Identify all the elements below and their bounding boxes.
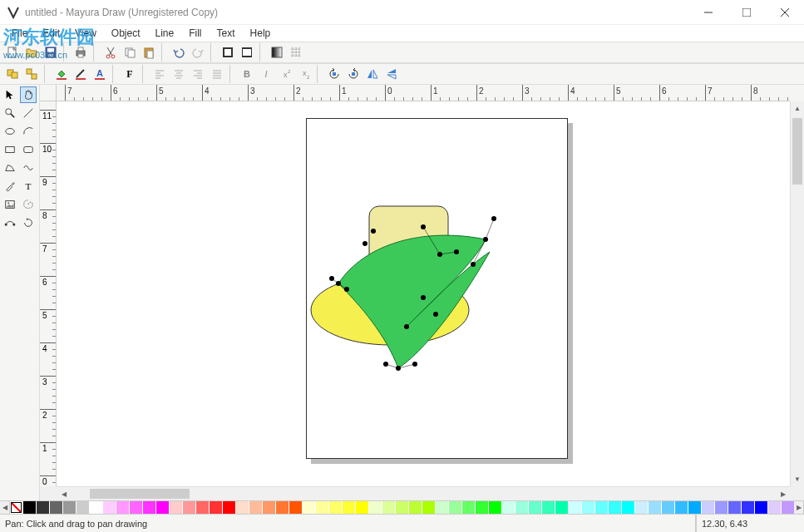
tool-image[interactable] bbox=[2, 196, 18, 213]
palette-swatch[interactable] bbox=[249, 501, 263, 514]
zoom-width-button[interactable] bbox=[238, 43, 256, 62]
scroll-right-arrow[interactable]: ▶ bbox=[776, 487, 790, 500]
tool-arc[interactable] bbox=[20, 123, 37, 140]
palette-swatch[interactable] bbox=[276, 501, 289, 514]
copy-button[interactable] bbox=[121, 43, 139, 62]
palette-swatch[interactable] bbox=[156, 501, 170, 514]
vertical-scrollbar[interactable]: ▲ ▼ bbox=[790, 101, 804, 486]
palette-swatch[interactable] bbox=[143, 501, 156, 514]
rotate-left-button[interactable] bbox=[325, 65, 343, 83]
tool-node-edit[interactable] bbox=[2, 214, 18, 231]
palette-prev[interactable]: ◀ bbox=[0, 501, 10, 514]
palette-swatch[interactable] bbox=[649, 501, 662, 514]
menu-help[interactable]: Help bbox=[244, 26, 278, 41]
palette-nocolor[interactable] bbox=[10, 501, 23, 514]
palette-swatch[interactable] bbox=[329, 501, 343, 514]
palette-swatch[interactable] bbox=[529, 501, 542, 514]
align-right-button[interactable] bbox=[189, 65, 207, 83]
cut-button[interactable] bbox=[101, 43, 120, 62]
tool-roundrect[interactable] bbox=[20, 141, 37, 158]
palette-swatch[interactable] bbox=[37, 501, 50, 514]
palette-swatch[interactable] bbox=[382, 501, 396, 514]
palette-swatch[interactable] bbox=[728, 501, 742, 514]
tool-curve[interactable] bbox=[20, 160, 37, 176]
fill-color-button[interactable] bbox=[52, 65, 71, 83]
palette-swatch[interactable] bbox=[130, 501, 143, 514]
ungroup-button[interactable] bbox=[22, 65, 41, 83]
palette-swatch[interactable] bbox=[755, 501, 768, 514]
palette-swatch[interactable] bbox=[103, 501, 116, 514]
palette-swatch[interactable] bbox=[196, 501, 210, 514]
canvas[interactable] bbox=[57, 101, 790, 486]
palette-swatch[interactable] bbox=[409, 501, 422, 514]
close-button[interactable] bbox=[766, 0, 804, 24]
line-color-button[interactable] bbox=[72, 65, 90, 83]
scroll-down-arrow[interactable]: ▼ bbox=[791, 472, 804, 486]
palette-swatch[interactable] bbox=[715, 501, 728, 514]
palette-swatch[interactable] bbox=[609, 501, 622, 514]
scroll-left-arrow[interactable]: ◀ bbox=[57, 487, 71, 500]
palette-swatch[interactable] bbox=[183, 501, 196, 514]
palette-swatch[interactable] bbox=[768, 501, 782, 514]
palette-swatch[interactable] bbox=[489, 501, 502, 514]
scroll-up-arrow[interactable]: ▲ bbox=[791, 101, 804, 116]
tool-rect[interactable] bbox=[2, 141, 18, 158]
palette-swatch[interactable] bbox=[502, 501, 515, 514]
palette-swatch[interactable] bbox=[462, 501, 476, 514]
flip-vertical-button[interactable] bbox=[382, 65, 401, 83]
align-left-button[interactable] bbox=[150, 65, 169, 83]
palette-swatch[interactable] bbox=[662, 501, 675, 514]
font-button[interactable]: F bbox=[121, 65, 139, 83]
palette-swatch[interactable] bbox=[23, 501, 37, 514]
palette-swatch[interactable] bbox=[688, 501, 702, 514]
palette-swatch[interactable] bbox=[76, 501, 90, 514]
menu-line[interactable]: Line bbox=[149, 26, 181, 41]
palette-swatch[interactable] bbox=[223, 501, 236, 514]
palette-swatch[interactable] bbox=[782, 501, 794, 514]
menu-fill[interactable]: Fill bbox=[182, 26, 208, 41]
palette-swatch[interactable] bbox=[289, 501, 303, 514]
tool-rotate[interactable] bbox=[20, 214, 37, 231]
palette-swatch[interactable] bbox=[675, 501, 688, 514]
palette-swatch[interactable] bbox=[436, 501, 449, 514]
gradient-button[interactable] bbox=[268, 43, 286, 62]
palette-swatch[interactable] bbox=[303, 501, 316, 514]
tool-text[interactable]: T bbox=[20, 178, 37, 195]
minimize-button[interactable] bbox=[689, 0, 728, 24]
palette-swatch[interactable] bbox=[635, 501, 649, 514]
undo-button[interactable] bbox=[170, 43, 188, 62]
palette-swatch[interactable] bbox=[116, 501, 130, 514]
text-color-button[interactable]: A bbox=[91, 65, 109, 83]
palette-swatch[interactable] bbox=[90, 501, 103, 514]
subscript-button[interactable]: x2 bbox=[295, 65, 313, 83]
maximize-button[interactable] bbox=[728, 0, 766, 24]
tool-zoom[interactable] bbox=[2, 105, 18, 121]
palette-swatch[interactable] bbox=[236, 501, 249, 514]
paste-button[interactable] bbox=[140, 43, 158, 62]
palette-swatch[interactable] bbox=[263, 501, 276, 514]
redo-button[interactable] bbox=[189, 43, 207, 62]
palette-swatch[interactable] bbox=[356, 501, 369, 514]
tool-pan[interactable] bbox=[20, 86, 37, 103]
tool-polygon[interactable] bbox=[2, 160, 18, 176]
palette-swatch[interactable] bbox=[555, 501, 569, 514]
print-button[interactable] bbox=[72, 43, 90, 62]
palette-swatch[interactable] bbox=[702, 501, 715, 514]
palette-swatch[interactable] bbox=[542, 501, 555, 514]
new-button[interactable] bbox=[3, 43, 22, 62]
align-center-button[interactable] bbox=[170, 65, 188, 83]
menu-view[interactable]: View bbox=[68, 26, 103, 41]
menu-object[interactable]: Object bbox=[105, 26, 147, 41]
palette-swatch[interactable] bbox=[316, 501, 329, 514]
palette-swatch[interactable] bbox=[170, 501, 183, 514]
flip-horizontal-button[interactable] bbox=[363, 65, 382, 83]
palette-swatch[interactable] bbox=[569, 501, 582, 514]
tool-spiral[interactable] bbox=[20, 196, 37, 213]
palette-swatch[interactable] bbox=[63, 501, 76, 514]
palette-swatch[interactable] bbox=[476, 501, 489, 514]
palette-swatch[interactable] bbox=[582, 501, 595, 514]
align-justify-button[interactable] bbox=[208, 65, 226, 83]
tool-ellipse[interactable] bbox=[2, 123, 18, 140]
menu-text[interactable]: Text bbox=[210, 26, 242, 41]
bold-button[interactable]: B bbox=[238, 65, 256, 83]
